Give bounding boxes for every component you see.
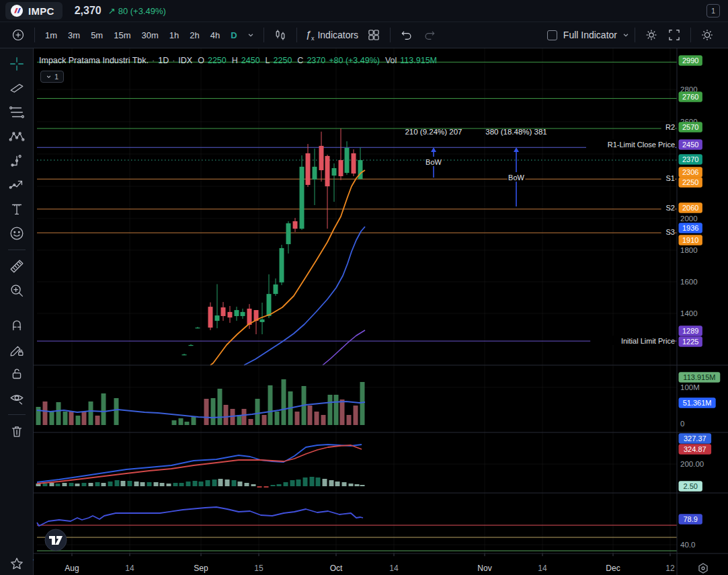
theme-toggle-button[interactable] — [696, 25, 719, 45]
tf-daily-active[interactable]: D — [225, 28, 242, 43]
tool-fib-lines[interactable] — [5, 101, 28, 124]
symbol-chip[interactable]: IMPC — [5, 2, 63, 20]
fullscreen-button[interactable] — [663, 25, 686, 45]
symbol-name: IMPC — [28, 5, 54, 17]
indicators-button[interactable]: ƒx Indicators — [302, 26, 363, 44]
ema-fast-orange — [210, 170, 365, 365]
toolbar-divider — [390, 28, 391, 42]
timeframe-group: 1m3m5m15m30m1h2h4h — [40, 28, 225, 43]
full-indicator-checkbox[interactable] — [547, 30, 557, 40]
rsi-pane — [37, 507, 363, 526]
svg-text:Dec: Dec — [606, 564, 620, 573]
tool-crosshair[interactable] — [5, 52, 28, 75]
legend-title: Impack Pratama Industri Tbk. — [39, 56, 149, 65]
tool-drawing-pencil-lock[interactable] — [5, 338, 28, 361]
tool-forecast-arrow[interactable] — [5, 174, 28, 196]
chart-canvas[interactable]: 210 (9.24%) 207380 (18.48%) 381BoWBoWR2R… — [34, 48, 728, 575]
close-value: 2370 — [307, 56, 325, 65]
tool-text-tool[interactable] — [5, 198, 28, 221]
undo-button[interactable] — [395, 25, 418, 45]
svg-text:200.00: 200.00 — [680, 460, 704, 468]
svg-text:1800: 1800 — [680, 246, 698, 254]
svg-text:Initial Limit Price: Initial Limit Price — [621, 337, 675, 345]
legend-exchange: IDX — [178, 56, 192, 65]
drawing-toolbar: ‹ — [0, 48, 34, 575]
tool-ruler[interactable] — [5, 255, 28, 278]
svg-text:1289: 1289 — [682, 327, 698, 335]
time-axis: Aug14Sep15Oct14Nov14Dec12 — [65, 553, 675, 573]
tool-remove-drawings[interactable] — [5, 420, 28, 443]
svg-text:1936: 1936 — [682, 224, 698, 232]
lock-all-icon — [8, 365, 26, 383]
svg-text:2370: 2370 — [682, 155, 698, 163]
tf-2h[interactable]: 2h — [184, 28, 204, 43]
toolbar-divider — [8, 250, 26, 250]
axis-settings-button[interactable] — [699, 564, 707, 573]
moving-average-curves — [210, 170, 365, 365]
pane-separators — [34, 48, 728, 575]
tool-emoji[interactable] — [5, 222, 28, 245]
chevron-down-icon — [46, 74, 52, 79]
tool-trend-line[interactable] — [5, 77, 28, 100]
tool-hide-drawings[interactable] — [5, 387, 28, 410]
tool-xabcd-pattern[interactable] — [5, 125, 28, 148]
svg-text:113.915M: 113.915M — [683, 373, 715, 381]
svg-text:1600: 1600 — [680, 278, 698, 286]
top-bar: IMPC 2,370 ↗ 80 (+3.49%) 1 — [0, 0, 728, 22]
tf-1h[interactable]: 1h — [164, 28, 184, 43]
add-symbol-button[interactable] — [7, 25, 30, 45]
settings-button[interactable] — [640, 25, 663, 45]
tf-4h[interactable]: 4h — [205, 28, 225, 43]
chart-area: 210 (9.24%) 207380 (18.48%) 381BoWBoWR2R… — [34, 48, 728, 575]
legend-separator: · — [152, 56, 155, 65]
price-change: ↗ 80 (+3.49%) — [108, 6, 166, 16]
text-tool-icon — [8, 200, 26, 218]
crosshair-icon — [8, 55, 26, 73]
redo-button[interactable] — [418, 25, 441, 45]
close-label: C — [297, 56, 303, 65]
workspace-button[interactable]: 1 — [706, 4, 720, 17]
magnet-icon — [8, 317, 26, 334]
chart-style-button[interactable] — [269, 25, 292, 45]
svg-text:327.37: 327.37 — [684, 434, 706, 443]
tool-long-position[interactable] — [5, 149, 28, 172]
svg-text:Oct: Oct — [330, 564, 343, 573]
tf-30m[interactable]: 30m — [136, 28, 163, 43]
indicators-label: Indicators — [317, 30, 358, 40]
tf-3m[interactable]: 3m — [63, 28, 85, 43]
chevron-down-icon[interactable] — [622, 32, 630, 38]
volume-pane — [36, 379, 366, 425]
high-value: 2450 — [241, 56, 260, 65]
star-icon — [8, 555, 26, 572]
toolbar-right-group: Full Indicator — [547, 25, 721, 45]
tool-lock-all[interactable] — [5, 362, 28, 385]
svg-text:2760: 2760 — [682, 93, 698, 101]
svg-text:2306: 2306 — [682, 168, 698, 176]
annotations: 210 (9.24%) 207380 (18.48%) 381BoWBoWR2R… — [405, 122, 675, 345]
tool-star[interactable] — [5, 552, 28, 575]
layout-button[interactable] — [362, 25, 385, 45]
price-level-lines — [37, 62, 677, 341]
change-arrow-icon: ↗ — [108, 6, 116, 16]
svg-text:2570: 2570 — [682, 123, 698, 131]
legend-collapse-chip[interactable]: 1 — [40, 71, 64, 83]
sun-icon — [700, 28, 715, 42]
svg-text:2060: 2060 — [682, 204, 698, 212]
tf-5m[interactable]: 5m — [85, 28, 108, 43]
open-value: 2250 — [208, 56, 227, 65]
legend-interval: 1D — [158, 56, 169, 65]
tf-1m[interactable]: 1m — [40, 28, 63, 43]
svg-text:0: 0 — [680, 420, 684, 428]
macd-pane — [36, 445, 365, 488]
interval-menu-caret[interactable] — [243, 29, 259, 41]
plus-circle-icon — [11, 28, 26, 42]
candlestick-style-icon — [273, 28, 288, 42]
grid-layout-icon — [366, 28, 381, 42]
tf-15m[interactable]: 15m — [108, 28, 136, 43]
macd-blue — [37, 445, 362, 482]
tool-magnet[interactable] — [5, 314, 28, 337]
toolbar-divider — [296, 28, 297, 42]
ema-slow-blue — [244, 227, 365, 365]
chart-legend[interactable]: Impack Pratama Industri Tbk. · 1D · IDX … — [39, 56, 437, 65]
tool-zoom-in[interactable] — [5, 279, 28, 302]
